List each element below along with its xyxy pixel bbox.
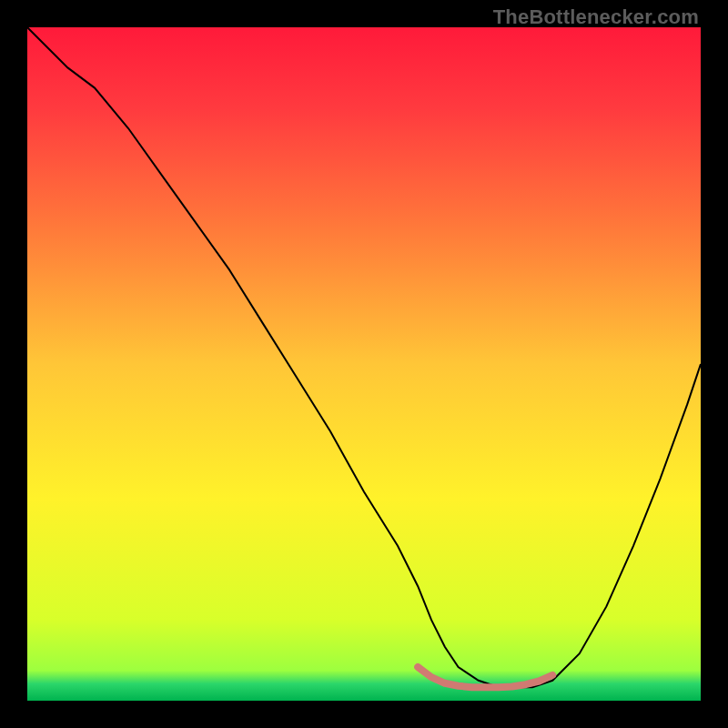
chart-plot (27, 27, 701, 701)
chart-frame (27, 27, 701, 701)
watermark-text: TheBottlenecker.com (493, 5, 699, 29)
